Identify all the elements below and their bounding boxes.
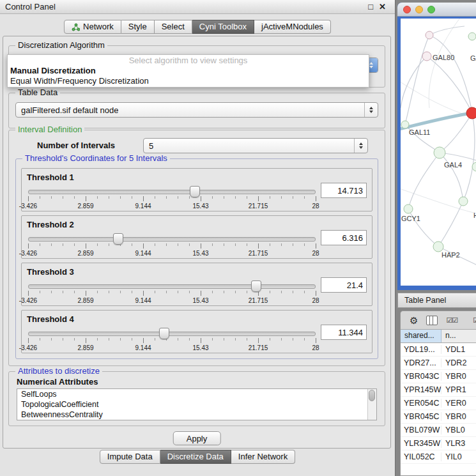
threshold-slider[interactable]: -3.4262.8599.14415.4321.71528 <box>28 280 316 305</box>
network-node[interactable] <box>434 147 445 158</box>
column-header-shared-name[interactable]: shared... <box>401 330 441 342</box>
table-panel-title: Table Panel <box>404 296 446 305</box>
threshold-label: Threshold 1 <box>27 173 74 182</box>
cell-shared-name: YBL079W <box>401 426 441 434</box>
threshold-value-field[interactable] <box>321 325 367 340</box>
axis-tick-label: -3.426 <box>19 344 37 351</box>
tab-infer-network[interactable]: Infer Network <box>231 450 295 464</box>
slider-track[interactable] <box>28 237 316 242</box>
network-window-titlebar[interactable] <box>397 3 476 17</box>
axis-tick-label: 2.859 <box>77 297 93 304</box>
major-tick <box>201 243 201 249</box>
table-row[interactable]: YIL052CYIL0 <box>401 450 476 464</box>
table-row[interactable]: YDR27...YDR2 <box>401 357 476 370</box>
close-traffic-light-icon[interactable] <box>403 6 411 13</box>
combo-stepper-icon[interactable] <box>354 139 367 153</box>
menu-item-manual-discretization[interactable]: Manual Discretization <box>8 66 369 76</box>
slider-axis-labels: -3.4262.8599.14415.4321.71528 <box>28 250 316 257</box>
minimize-traffic-light-icon[interactable] <box>415 6 423 13</box>
list-item[interactable]: TopologicalCoefficient <box>17 399 376 410</box>
float-window-icon[interactable]: □ <box>368 2 373 12</box>
network-node[interactable] <box>422 52 431 61</box>
threshold-value-field[interactable] <box>321 230 367 245</box>
tab-discretize-data[interactable]: Discretize Data <box>160 450 231 464</box>
axis-tick-label: 21.715 <box>249 203 268 210</box>
network-canvas[interactable]: GAL80 GA GAL11 GAL4 GCY1 H HAP2 <box>401 19 476 286</box>
cell-shared-name: YLR345W <box>401 439 441 448</box>
number-of-intervals-select[interactable]: 5 <box>143 138 368 153</box>
network-node-label: HAP2 <box>441 251 460 259</box>
tab-jactivemnodules[interactable]: jActiveMNodules <box>254 20 331 34</box>
tab-label: jActiveMNodules <box>261 20 323 33</box>
table-row[interactable]: YDL19...YDL1 <box>401 343 476 357</box>
column-header-name[interactable]: n... <box>441 330 476 342</box>
threshold-label: Threshold 3 <box>27 267 74 277</box>
cell-name: YBR0 <box>441 412 476 421</box>
network-node[interactable] <box>404 204 413 213</box>
table-row[interactable]: YER054CYER0 <box>401 397 476 410</box>
major-tick <box>316 196 316 201</box>
close-icon[interactable]: ✕ <box>379 2 386 12</box>
threshold-slider[interactable]: -3.4262.8599.14415.4321.71528 <box>28 233 316 258</box>
axis-tick-label: 2.859 <box>77 203 93 210</box>
tab-cyni-toolbox[interactable]: Cyni Toolbox <box>192 20 254 34</box>
number-of-intervals-label: Number of Intervals <box>37 141 115 150</box>
network-node-red[interactable] <box>466 107 476 119</box>
list-item[interactable]: SelfLoops <box>17 389 376 399</box>
slider-handle[interactable] <box>190 186 200 197</box>
tab-label: Style <box>128 20 147 33</box>
columns-icon[interactable] <box>426 316 438 325</box>
apply-button[interactable]: Apply <box>173 431 221 445</box>
table-row[interactable]: YBL079WYBL0 <box>401 424 476 437</box>
threshold-panel: Threshold 4-3.4262.8599.14415.4321.71528 <box>21 310 372 353</box>
slider-track[interactable] <box>28 284 316 289</box>
table-row[interactable]: YBR045CYBR0 <box>401 410 476 424</box>
slider-handle[interactable] <box>159 328 169 339</box>
scrollbar[interactable] <box>367 389 376 420</box>
list-item[interactable]: BetweennessCentrality <box>17 410 376 420</box>
threshold-value-field[interactable] <box>321 277 367 293</box>
table-row[interactable]: YPR145WYPR1 <box>401 383 476 397</box>
group-title: Table Data <box>15 88 60 97</box>
network-node-label: GCY1 <box>401 215 420 222</box>
gear-icon[interactable]: ⚙ <box>410 316 418 325</box>
group-title: Threshold's Coordinates for 5 Intervals <box>22 153 170 163</box>
table-panel-header[interactable]: Table Panel <box>397 293 476 308</box>
select-rows-icon[interactable]: ☑ <box>473 317 476 324</box>
tab-network[interactable]: Network <box>64 20 121 34</box>
zoom-traffic-light-icon[interactable] <box>427 6 435 13</box>
slider-handle[interactable] <box>113 233 123 245</box>
select-all-icon[interactable]: ☑☑ <box>446 317 457 324</box>
tab-style[interactable]: Style <box>121 20 155 34</box>
slider-track[interactable] <box>28 332 316 336</box>
network-node[interactable] <box>426 31 433 39</box>
combo-stepper-icon[interactable] <box>364 103 378 117</box>
network-node[interactable] <box>468 33 476 40</box>
threshold-value-field[interactable] <box>321 183 367 198</box>
tab-impute-data[interactable]: Impute Data <box>100 450 160 464</box>
scrollbar-thumb[interactable] <box>369 390 375 401</box>
table-row[interactable]: YLR345WYLR3 <box>401 437 476 450</box>
slider-handle[interactable] <box>251 280 261 292</box>
tab-label: Cyni Toolbox <box>199 20 247 33</box>
cell-name: YDL1 <box>441 345 476 354</box>
table-data-select[interactable]: galFiltered.sif default node <box>15 102 378 118</box>
slider-track[interactable] <box>28 190 316 194</box>
slider-ticks <box>28 196 316 199</box>
tab-select[interactable]: Select <box>155 20 192 34</box>
control-panel-titlebar: Control Panel □ ✕ <box>0 0 395 14</box>
network-node[interactable] <box>459 197 468 206</box>
table-row[interactable]: YBR043CYBR0 <box>401 370 476 383</box>
group-title: Interval Definition <box>15 125 84 134</box>
network-node[interactable] <box>401 121 409 128</box>
threshold-slider[interactable]: -3.4262.8599.14415.4321.71528 <box>28 185 316 211</box>
thick-edge <box>401 113 472 130</box>
axis-tick-label: 9.144 <box>135 250 151 257</box>
cell-shared-name: YPR145W <box>401 385 441 394</box>
threshold-slider[interactable]: -3.4262.8599.14415.4321.71528 <box>28 327 316 353</box>
axis-tick-label: 21.715 <box>249 250 268 257</box>
menu-item-equal-width-frequency[interactable]: Equal Width/Frequency Discretization <box>8 76 369 86</box>
numerical-attributes-list[interactable]: SelfLoops TopologicalCoefficient Between… <box>17 388 377 420</box>
major-tick <box>143 291 144 296</box>
network-node[interactable] <box>433 242 443 252</box>
